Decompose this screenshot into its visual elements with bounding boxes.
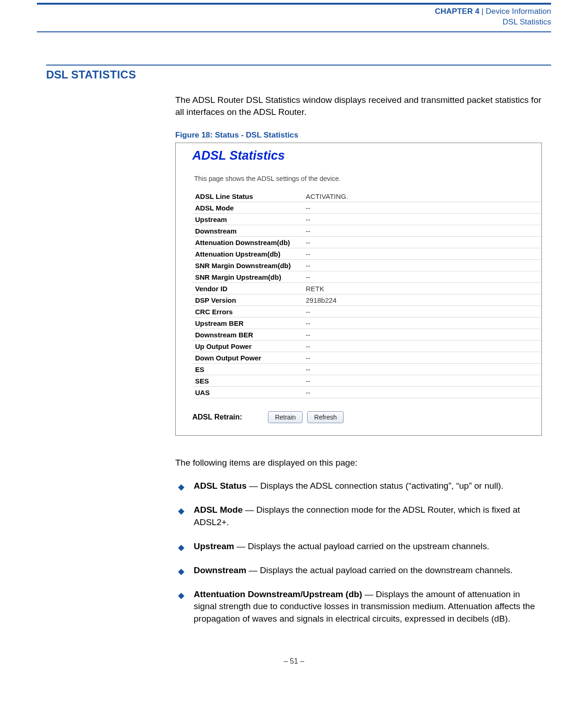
refresh-button[interactable]: Refresh — [307, 411, 344, 423]
stat-label: Down Output Power — [192, 352, 303, 364]
table-row: DSP Version2918b224 — [192, 294, 543, 306]
page-number: – 51 – — [37, 657, 551, 665]
table-row: Down Output Power-- — [192, 352, 543, 364]
table-row: ADSL Mode-- — [192, 202, 543, 214]
item-text: — Displays the ADSL connection status (“… — [247, 481, 504, 491]
stat-label: Upstream — [192, 214, 303, 225]
section-title-main: DSL S — [46, 68, 78, 81]
item-text: — Displays the actual payload carried on… — [234, 541, 489, 551]
list-item: ◆Downstream — Displays the actual payloa… — [175, 564, 542, 576]
stat-value: -- — [303, 364, 543, 375]
table-row: ES-- — [192, 364, 543, 375]
chapter-label: CHAPTER 4 — [435, 7, 479, 16]
table-row: Upstream BER-- — [192, 318, 543, 329]
header-subhead: DSL Statistics — [37, 17, 551, 28]
table-row: Vendor IDRETK — [192, 283, 543, 294]
stat-label: UAS — [192, 387, 303, 398]
stat-label: SNR Margin Downstream(db) — [192, 260, 303, 271]
stat-label: SNR Margin Upstream(db) — [192, 271, 303, 283]
description-lead: The following items are displayed on thi… — [175, 458, 542, 468]
diamond-bullet-icon: ◆ — [178, 590, 184, 601]
stat-label: ES — [192, 364, 303, 375]
table-row: Downstream-- — [192, 225, 543, 237]
section-title-small: TATISTICS — [78, 68, 136, 81]
item-term: Attentuation Downstream/Upstream (db) — [194, 589, 362, 599]
list-item: ◆Attentuation Downstream/Upstream (db) —… — [175, 588, 542, 625]
stat-value: -- — [303, 318, 543, 329]
section-intro: The ADSL Router DSL Statistics window di… — [175, 94, 542, 118]
stat-value: -- — [303, 329, 543, 341]
diamond-bullet-icon: ◆ — [178, 481, 184, 493]
item-term: Downstream — [194, 565, 246, 575]
adsl-retrain-label: ADSL Retrain: — [192, 413, 242, 421]
stat-label: Attenuation Upstream(db) — [192, 248, 303, 260]
stat-value: -- — [303, 248, 543, 260]
stat-value: -- — [303, 341, 543, 352]
description-list: ◆ADSL Status — Displays the ADSL connect… — [175, 480, 542, 625]
item-text: — Displays the connection mode for the A… — [194, 505, 520, 527]
item-text: — Displays the actual payload carried on… — [246, 565, 513, 575]
item-term: ADSL Mode — [194, 505, 243, 515]
stat-value: -- — [303, 225, 543, 237]
table-row: Upstream-- — [192, 214, 543, 225]
item-term: Upstream — [194, 541, 234, 551]
stat-label: Up Output Power — [192, 341, 303, 352]
stat-value: -- — [303, 352, 543, 364]
table-row: SNR Margin Upstream(db)-- — [192, 271, 543, 283]
adsl-stats-title: ADSL Statistics — [176, 149, 541, 167]
retrain-button[interactable]: Retrain — [268, 411, 303, 423]
table-row: ADSL Line StatusACTIVATING. — [192, 191, 543, 202]
stat-label: ADSL Line Status — [192, 191, 303, 202]
diamond-bullet-icon: ◆ — [178, 505, 184, 517]
stat-label: Downstream BER — [192, 329, 303, 341]
table-row: Attenuation Upstream(db)-- — [192, 248, 543, 260]
stat-label: Vendor ID — [192, 283, 303, 294]
stat-value: -- — [303, 271, 543, 283]
adsl-stats-table: ADSL Line StatusACTIVATING.ADSL Mode--Up… — [192, 191, 543, 398]
diamond-bullet-icon: ◆ — [178, 566, 184, 577]
stat-value: 2918b224 — [303, 294, 543, 306]
stat-value: -- — [303, 237, 543, 248]
stat-value: -- — [303, 306, 543, 318]
item-term: ADSL Status — [194, 481, 247, 491]
table-row: SES-- — [192, 375, 543, 387]
page-header: CHAPTER 4 | Device Information DSL Stati… — [37, 5, 551, 31]
stat-value: -- — [303, 387, 543, 398]
list-item: ◆ADSL Status — Displays the ADSL connect… — [175, 480, 542, 492]
table-row: UAS-- — [192, 387, 543, 398]
header-device-info: Device Information — [486, 7, 551, 16]
stat-value: -- — [303, 260, 543, 271]
stat-label: Downstream — [192, 225, 303, 237]
figure-screenshot: ADSL Statistics This page shows the ADSL… — [175, 143, 542, 436]
figure-caption: Figure 18: Status - DSL Statistics — [175, 131, 542, 140]
stat-label: ADSL Mode — [192, 202, 303, 214]
list-item: ◆Upstream — Displays the actual payload … — [175, 540, 542, 552]
stat-label: Attenuation Downstream(db) — [192, 237, 303, 248]
header-separator: | — [479, 7, 486, 16]
table-row: Downstream BER-- — [192, 329, 543, 341]
table-row: Attenuation Downstream(db)-- — [192, 237, 543, 248]
diamond-bullet-icon: ◆ — [178, 542, 184, 553]
stat-label: CRC Errors — [192, 306, 303, 318]
section-title: DSL STATISTICS — [46, 68, 551, 81]
stat-value: ACTIVATING. — [303, 191, 543, 202]
stat-value: -- — [303, 214, 543, 225]
stat-value: -- — [303, 375, 543, 387]
list-item: ◆ADSL Mode — Displays the connection mod… — [175, 504, 542, 528]
stat-label: DSP Version — [192, 294, 303, 306]
stat-value: -- — [303, 202, 543, 214]
adsl-stats-subtitle: This page shows the ADSL settings of the… — [176, 167, 541, 191]
stat-value: RETK — [303, 283, 543, 294]
stat-label: SES — [192, 375, 303, 387]
table-row: CRC Errors-- — [192, 306, 543, 318]
table-row: SNR Margin Downstream(db)-- — [192, 260, 543, 271]
table-row: Up Output Power-- — [192, 341, 543, 352]
stat-label: Upstream BER — [192, 318, 303, 329]
